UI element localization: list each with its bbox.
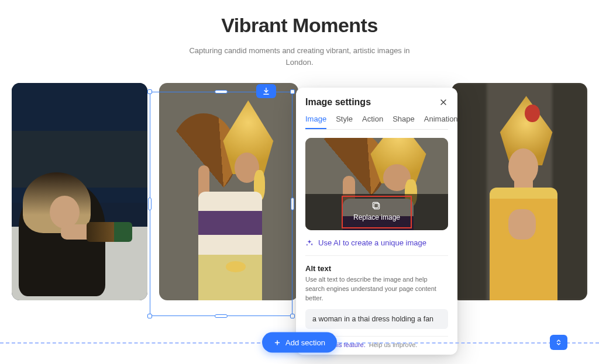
page-subtitle[interactable]: Capturing candid moments and creating vi… [177,45,422,68]
reorder-icon [555,339,562,346]
use-ai-link[interactable]: Use AI to create a unique image [305,238,448,256]
gallery-image-1[interactable] [12,83,147,300]
reorder-section-button[interactable] [550,335,567,350]
hero: Vibrant Moments Capturing candid moments… [0,0,599,68]
gallery-image-2-selected[interactable] [159,83,298,300]
use-ai-label: Use AI to create a unique image [318,238,426,247]
add-section-label: Add section [285,338,325,347]
image-settings-panel: Image settings Image Style Action Shape … [296,88,457,355]
alt-text-help: Use alt text to describe the image and h… [305,275,448,303]
panel-title: Image settings [305,97,371,108]
alt-text-input[interactable] [305,309,448,329]
preview-overlay: Replace image [305,194,448,230]
tab-shape[interactable]: Shape [393,115,415,129]
replace-image-label: Replace image [353,213,400,221]
close-icon[interactable] [439,98,448,107]
tab-action[interactable]: Action [362,115,383,129]
alt-text-section: Alt text Use alt text to describe the im… [305,264,448,329]
gallery-image-3[interactable] [452,83,587,300]
sparkle-icon [305,239,314,247]
plus-icon [274,339,281,346]
replace-image-button[interactable]: Replace image [342,196,412,228]
resize-handle-bottom[interactable] [215,314,228,318]
download-image-button[interactable] [256,84,276,98]
resize-handle-bottom-left[interactable] [147,314,152,318]
image-icon [372,202,381,211]
tab-image[interactable]: Image [305,115,326,129]
resize-handle-bottom-right[interactable] [290,314,295,318]
alt-text-heading: Alt text [305,264,448,273]
panel-tabs: Image Style Action Shape Animation [305,115,448,130]
image-preview: Replace image [305,138,448,230]
download-icon [262,87,270,95]
page-title[interactable]: Vibrant Moments [0,14,599,37]
tab-animation[interactable]: Animation [424,115,458,129]
add-section-button[interactable]: Add section [262,332,337,353]
tab-style[interactable]: Style [336,115,353,129]
